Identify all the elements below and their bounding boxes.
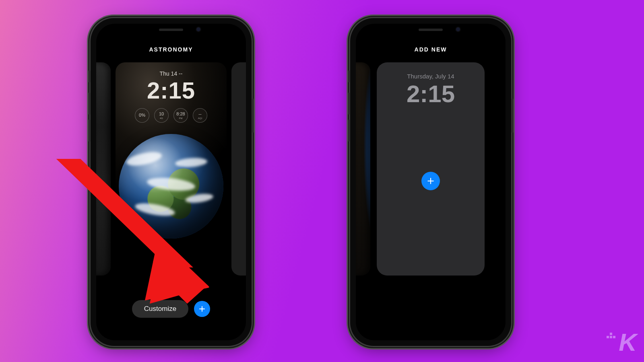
widget-cellular[interactable]: 104G xyxy=(154,108,169,123)
lockscreen-time: 2:15 xyxy=(377,80,485,108)
lockscreen-time: 2:15 xyxy=(116,77,227,104)
phone-mockup-right: ADD NEW Thursday, July 14 2:15 xyxy=(350,18,511,346)
watermark-letter: K xyxy=(619,328,636,356)
screen-right: ADD NEW Thursday, July 14 2:15 xyxy=(356,24,506,340)
plus-icon xyxy=(198,305,206,313)
customize-button[interactable]: Customize xyxy=(132,300,188,318)
wallpaper-title: ADD NEW xyxy=(356,46,506,53)
volume-up-button xyxy=(88,93,90,115)
lockscreen-date: Thu 14 -- xyxy=(116,70,227,77)
mute-switch xyxy=(88,70,90,82)
earth-illustration xyxy=(119,134,223,239)
wallpaper-carousel[interactable]: Thu 14 -- 2:15 0% 104G 8:28PM --AQI xyxy=(96,62,246,280)
volume-down-button xyxy=(348,119,350,142)
page-dot xyxy=(175,283,178,286)
next-wallpaper-peek[interactable] xyxy=(231,62,246,276)
phone-mockup-left: ASTRONOMY Thu 14 -- 2:15 0% 104G 8:28PM … xyxy=(91,18,252,346)
widget-clock[interactable]: 8:28PM xyxy=(173,108,188,123)
watermark-dots-icon xyxy=(607,330,616,340)
volume-up-button xyxy=(348,93,350,115)
widget-battery[interactable]: 0% xyxy=(135,108,149,123)
page-dot xyxy=(164,283,167,286)
wallpaper-carousel[interactable]: Thursday, July 14 2:15 xyxy=(356,62,506,280)
plus-icon xyxy=(427,177,435,185)
lockscreen-widgets-row: 0% 104G 8:28PM --AQI xyxy=(116,108,227,123)
page-dot-active xyxy=(170,283,172,286)
wallpaper-card-astronomy[interactable]: Thu 14 -- 2:15 0% 104G 8:28PM --AQI xyxy=(116,62,227,276)
page-indicator xyxy=(96,283,246,286)
prev-wallpaper-peek[interactable] xyxy=(96,62,111,276)
watermark: K xyxy=(619,328,636,356)
add-new-card[interactable]: Thursday, July 14 2:15 xyxy=(377,62,485,276)
volume-down-button xyxy=(88,119,90,142)
add-wallpaper-button[interactable] xyxy=(194,301,210,317)
lockscreen-date: Thursday, July 14 xyxy=(377,73,485,80)
mute-switch xyxy=(348,70,350,82)
create-wallpaper-button[interactable] xyxy=(421,172,440,190)
notch xyxy=(133,24,209,36)
prev-wallpaper-peek[interactable] xyxy=(356,62,370,276)
power-button xyxy=(512,99,514,133)
notch xyxy=(392,24,469,36)
widget-aqi[interactable]: --AQI xyxy=(193,108,207,123)
screen-left: ASTRONOMY Thu 14 -- 2:15 0% 104G 8:28PM … xyxy=(96,24,246,340)
power-button xyxy=(252,99,254,133)
wallpaper-title: ASTRONOMY xyxy=(96,46,246,53)
